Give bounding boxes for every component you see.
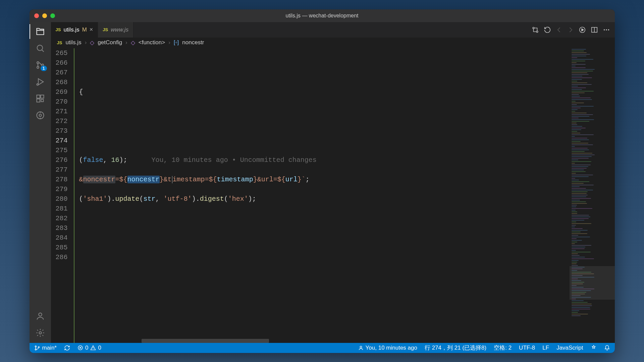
titlebar: utils.js — wechat-development (30, 9, 615, 22)
chevron-right-icon: › (85, 39, 87, 46)
code-line[interactable] (79, 214, 569, 223)
settings-gear-icon[interactable] (35, 327, 46, 338)
svg-point-10 (39, 114, 41, 116)
window-controls (34, 13, 55, 18)
nav-back-icon[interactable] (556, 26, 562, 33)
tabs: JS utils.js M × JS www.js (51, 22, 134, 38)
svg-point-21 (35, 349, 36, 350)
minimize-window-button[interactable] (42, 13, 47, 18)
breadcrumb-file[interactable]: utils.js (65, 39, 81, 46)
code-line[interactable] (79, 116, 569, 126)
account-icon[interactable] (35, 311, 46, 321)
revert-icon[interactable] (544, 26, 551, 34)
maximize-window-button[interactable] (50, 13, 55, 18)
notifications-icon[interactable] (604, 345, 610, 351)
svg-point-20 (35, 346, 36, 347)
code-line[interactable] (79, 97, 569, 107)
svg-rect-5 (37, 95, 40, 98)
sync-button[interactable] (64, 345, 70, 351)
blame-text: You, 10 minutes ago (366, 345, 417, 351)
code-line[interactable] (79, 272, 569, 282)
svg-rect-7 (37, 99, 40, 102)
split-editor-icon[interactable] (591, 26, 598, 34)
cursor-position[interactable]: 行 274，列 21 (已选择8) (425, 344, 486, 352)
close-window-button[interactable] (34, 13, 39, 18)
close-tab-icon[interactable]: × (90, 26, 93, 33)
js-file-icon: JS (56, 27, 61, 32)
svg-point-19 (608, 29, 609, 31)
warning-count: 0 (98, 345, 101, 351)
activity-bar: 1 (30, 22, 51, 343)
code-line[interactable] (79, 165, 569, 175)
js-file-icon: JS (57, 40, 62, 45)
more-actions-icon[interactable] (603, 26, 610, 34)
tab-utils-js[interactable]: JS utils.js M × (51, 22, 98, 38)
blame-status[interactable]: You, 10 minutes ago (358, 345, 417, 351)
source-control-icon[interactable]: 1 (35, 60, 46, 70)
eol[interactable]: LF (542, 345, 549, 351)
chevron-right-icon: › (168, 39, 170, 46)
code-editor[interactable]: 2652662672682692702712722732742752762772… (51, 48, 569, 343)
code-content[interactable]: { (false, 16); You, 10 minutes ago • Unc… (74, 48, 569, 343)
code-line[interactable] (79, 126, 569, 136)
code-line[interactable]: (false, 16); You, 10 minutes ago • Uncom… (79, 155, 569, 165)
code-line[interactable] (79, 204, 569, 214)
git-branch[interactable]: main* (34, 345, 57, 351)
code-line[interactable] (79, 145, 569, 155)
chevron-right-icon: › (125, 39, 127, 46)
code-line[interactable] (79, 184, 569, 194)
language-mode[interactable]: JavaScript (556, 345, 583, 351)
code-line[interactable]: ('sha1').update(str, 'utf-8').digest('he… (79, 194, 569, 204)
svg-point-14 (536, 31, 538, 33)
code-line[interactable] (79, 223, 569, 233)
svg-point-1 (37, 62, 39, 64)
symbol-method-icon: ◇ (90, 39, 94, 46)
svg-point-22 (38, 346, 39, 348)
code-line[interactable] (79, 233, 569, 243)
scm-badge: 1 (41, 66, 47, 71)
symbol-method-icon: ◇ (131, 39, 135, 46)
code-line[interactable] (79, 107, 569, 116)
horizontal-scrollbar[interactable] (142, 339, 269, 343)
run-file-icon[interactable] (579, 26, 586, 34)
code-line[interactable]: { (79, 87, 569, 97)
code-line[interactable]: &noncestr=${noncestr}&timestamp=${timest… (79, 175, 569, 184)
gitlens-icon[interactable] (35, 110, 46, 121)
window-title: utils.js — wechat-development (286, 13, 359, 19)
status-bar: main* 0 0 You, 10 minutes ago 行 274，列 21… (30, 343, 615, 353)
nav-forward-icon[interactable] (567, 26, 574, 33)
code-line[interactable] (79, 77, 569, 87)
feedback-icon[interactable] (591, 345, 597, 351)
compare-changes-icon[interactable] (532, 26, 539, 34)
explorer-icon[interactable] (35, 26, 46, 37)
encoding[interactable]: UTF-8 (519, 345, 535, 351)
run-debug-icon[interactable] (35, 76, 46, 87)
code-line[interactable] (79, 262, 569, 272)
extensions-icon[interactable] (35, 93, 46, 104)
breadcrumb-seg[interactable]: <function> (139, 39, 165, 46)
svg-rect-6 (41, 95, 44, 98)
breadcrumb-seg[interactable]: getConfig (98, 39, 122, 46)
breadcrumb[interactable]: JS utils.js › ◇ getConfig › ◇ <function>… (51, 38, 615, 48)
svg-point-18 (606, 29, 607, 31)
tab-www-js[interactable]: JS www.js (98, 22, 133, 38)
svg-point-17 (603, 29, 605, 31)
problems[interactable]: 0 0 (77, 345, 101, 351)
code-line[interactable] (79, 136, 569, 145)
breadcrumb-seg[interactable]: noncestr (182, 39, 204, 46)
tabs-row: JS utils.js M × JS www.js (51, 22, 615, 38)
code-line[interactable] (79, 243, 569, 252)
search-icon[interactable] (35, 43, 46, 54)
code-line[interactable] (79, 252, 569, 262)
branch-name: main* (42, 345, 57, 351)
svg-rect-8 (41, 99, 43, 102)
indentation[interactable]: 空格: 2 (494, 344, 512, 352)
code-line[interactable] (79, 68, 569, 77)
minimap[interactable] (569, 48, 615, 343)
svg-point-2 (37, 66, 39, 68)
window-body: 1 JS uti (30, 22, 615, 343)
line-gutter: 2652662672682692702712722732742752762772… (51, 48, 74, 343)
svg-point-24 (360, 346, 362, 348)
js-file-icon: JS (103, 27, 108, 32)
svg-point-4 (37, 83, 38, 85)
